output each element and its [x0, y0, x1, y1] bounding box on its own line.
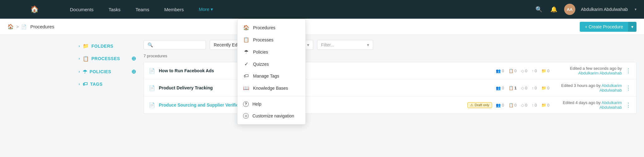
nav-item-tasks[interactable]: Tasks: [107, 4, 122, 15]
diamond-stat-icon: ◇: [521, 86, 524, 90]
processes-icon: 📋: [243, 37, 249, 43]
search-box[interactable]: 🔍: [144, 40, 206, 50]
dropdown-item-policies[interactable]: ☂ Policies: [237, 46, 305, 58]
create-procedure-wrapper: + Create Procedure ▾: [580, 22, 637, 32]
nav-right: 🔍 🔔 AA Abdulkarim Abdulwahab ▾: [534, 4, 644, 15]
sidebar-item-policies[interactable]: › ☂ POLICIES ⊕: [76, 65, 139, 78]
tasks-stat-icon: 📋: [509, 103, 514, 107]
breadcrumb-current-page: Procedures: [30, 24, 54, 29]
user-name[interactable]: Abdulkarim Abdulwahab: [581, 7, 628, 12]
notifications-button[interactable]: 🔔: [549, 5, 559, 14]
sidebar-item-folders[interactable]: › 📁 FOLDERS: [76, 40, 139, 52]
edited-by-link[interactable]: Abdulkarim Abdulwahab: [578, 71, 622, 75]
dropdown-item-processes[interactable]: 📋 Processes: [237, 34, 305, 46]
customize-icon: ⊙: [243, 113, 249, 119]
proc-more-options-button[interactable]: ⋮: [626, 67, 631, 74]
left-sidebar: › 📁 FOLDERS › 📋 PROCESSES ⊕ › ☂ POLICIES…: [76, 40, 139, 114]
procedures-table: 📄 How to Run Facebook Ads 👥 0 📋 0 ◇: [144, 62, 637, 114]
tags-sidebar-icon: 🏷: [83, 81, 88, 87]
folders-icon: 📁: [83, 43, 89, 49]
stat-upload: ↑ 0: [532, 69, 537, 73]
edited-by-link[interactable]: Abdulkarim Abdulwahab: [599, 83, 622, 93]
page-wrapper: 🏠 Documents Tasks Teams Members More ▾ 🔍…: [0, 0, 644, 157]
stat-users: 👥 0: [496, 103, 504, 107]
tasks-stat-icon: 📋: [509, 69, 514, 73]
home-logo-icon: 🏠: [30, 5, 39, 13]
top-nav: 🏠 Documents Tasks Teams Members More ▾ 🔍…: [0, 0, 644, 19]
home-breadcrumb-icon[interactable]: 🏠: [7, 24, 14, 30]
warning-icon: ⚠: [470, 103, 473, 107]
policies-icon: ☂: [243, 49, 249, 55]
create-procedure-button[interactable]: + Create Procedure: [580, 22, 628, 32]
more-chevron-icon: ▾: [211, 7, 213, 12]
procedure-doc-icon: 📄: [149, 85, 155, 91]
processes-chevron-icon: ›: [79, 56, 80, 61]
nav-item-teams[interactable]: Teams: [134, 4, 150, 15]
policies-sidebar-icon: ☂: [83, 69, 87, 75]
breadcrumb-page-icon: 📄: [21, 24, 27, 29]
proc-more-options-button[interactable]: ⋮: [626, 84, 631, 91]
table-row: 📄 Produce Sourcing and Supplier Verifica…: [144, 97, 636, 113]
breadcrumb-bar: 🏠 > 📄 Procedures + Create Procedure ▾: [0, 19, 644, 35]
procedures-count: 7 procedures: [144, 54, 637, 58]
diamond-stat-icon: ◇: [521, 69, 524, 73]
stat-diamond: ◇ 0: [521, 103, 527, 107]
folder-stat-icon: 📁: [541, 69, 546, 73]
dropdown-item-help[interactable]: ? Help: [237, 98, 305, 110]
nav-item-more[interactable]: More ▾: [198, 4, 214, 15]
edited-by-link[interactable]: Abdulkarim Abdulwahab: [599, 100, 622, 110]
sidebar-item-tags[interactable]: › 🏷 TAGS: [76, 78, 139, 90]
proc-stats: 👥 0 📋 0 ◇ 0 ↑ 0: [496, 103, 549, 107]
search-input[interactable]: [155, 42, 202, 47]
processes-sidebar-icon: 📋: [83, 56, 89, 62]
procedure-doc-icon: 📄: [149, 102, 155, 108]
folder-stat-icon: 📁: [541, 103, 546, 107]
policies-chevron-icon: ›: [79, 69, 80, 74]
stat-tasks: 📋 0: [509, 103, 517, 107]
stat-folder: 📁 0: [541, 86, 549, 90]
stat-tasks: 📋 0: [509, 69, 517, 73]
search-icon: 🔍: [148, 42, 153, 47]
nav-item-members[interactable]: Members: [163, 4, 185, 15]
manage-tags-icon: 🏷: [243, 73, 249, 79]
procedure-doc-icon: 📄: [149, 68, 155, 74]
filter-team-chevron-icon: ▾: [307, 42, 309, 47]
sidebar-item-processes[interactable]: › 📋 PROCESSES ⊕: [76, 52, 139, 65]
create-procedure-dropdown-button[interactable]: ▾: [628, 22, 637, 32]
upload-stat-icon: ↑: [532, 86, 534, 90]
processes-add-button[interactable]: ⊕: [131, 55, 136, 62]
procedure-name[interactable]: How to Run Facebook Ads: [159, 68, 492, 73]
procedure-name[interactable]: Produce Sourcing and Supplier Verificati…: [159, 102, 464, 107]
more-dropdown-menu: 🏠 Procedures 📋 Processes ☂ Policies ✓ Qu…: [237, 19, 306, 125]
folders-chevron-icon: ›: [79, 44, 80, 48]
procedure-name[interactable]: Product Delivery Tracking: [159, 85, 492, 90]
knowledge-bases-icon: 📖: [243, 85, 249, 91]
help-icon: ?: [243, 101, 249, 107]
tags-chevron-icon: ›: [79, 82, 80, 86]
dropdown-item-customize[interactable]: ⊙ Customize navigation: [237, 110, 305, 122]
dropdown-item-quizzes[interactable]: ✓ Quizzes: [237, 58, 305, 70]
tasks-stat-icon: 📋: [509, 86, 514, 90]
filter-chevron-icon: ▾: [367, 42, 369, 47]
dropdown-item-procedures[interactable]: 🏠 Procedures: [237, 21, 305, 34]
dropdown-item-knowledge-bases[interactable]: 📖 Knowledge Bases: [237, 82, 305, 94]
stat-folder: 📁 0: [541, 103, 549, 107]
search-button[interactable]: 🔍: [534, 5, 544, 14]
nav-item-documents[interactable]: Documents: [69, 4, 95, 15]
policies-add-button[interactable]: ⊕: [131, 68, 136, 75]
stat-upload: ↑ 0: [532, 103, 537, 107]
table-row: 📄 Product Delivery Tracking 👥 0 📋 1 ◇: [144, 79, 636, 97]
nav-items: Documents Tasks Teams Members More ▾: [69, 4, 534, 15]
users-stat-icon: 👥: [496, 86, 501, 90]
main-content: › 📁 FOLDERS › 📋 PROCESSES ⊕ › ☂ POLICIES…: [0, 35, 644, 119]
draft-badge: ⚠ Draft only: [467, 102, 492, 108]
users-stat-icon: 👥: [496, 103, 501, 107]
breadcrumb: 🏠 > 📄 Procedures: [7, 24, 54, 30]
user-chevron-icon: ▾: [635, 7, 637, 12]
stat-users: 👥 0: [496, 69, 504, 73]
proc-stats: 👥 0 📋 0 ◇ 0 ↑ 0: [496, 69, 549, 73]
filter-dropdown[interactable]: Filter... ▾: [317, 40, 373, 50]
dropdown-item-manage-tags[interactable]: 🏷 Manage Tags: [237, 70, 305, 82]
proc-more-options-button[interactable]: ⋮: [626, 102, 631, 108]
dropdown-divider: [237, 96, 305, 96]
